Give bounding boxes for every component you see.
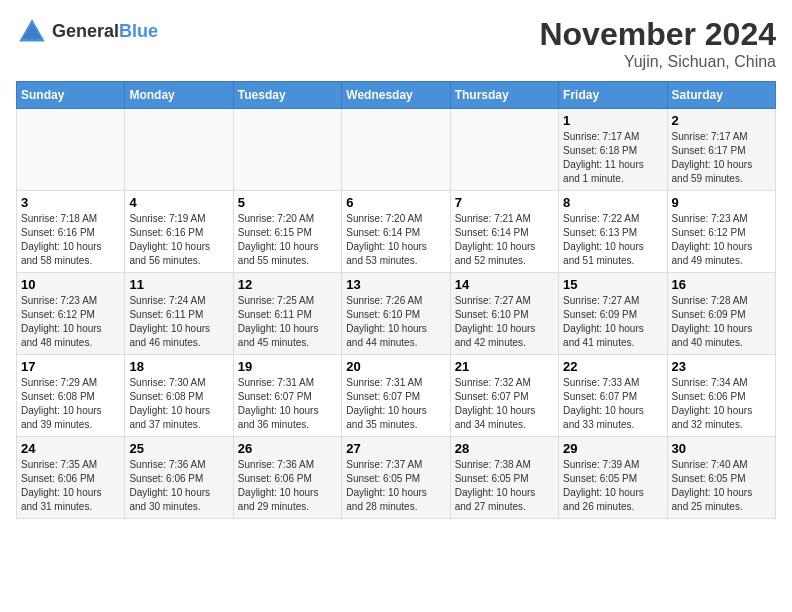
day-number: 25 (129, 441, 228, 456)
day-number: 14 (455, 277, 554, 292)
calendar-cell: 30Sunrise: 7:40 AM Sunset: 6:05 PM Dayli… (667, 437, 775, 519)
page-header: GeneralBlue November 2024 Yujin, Sichuan… (16, 16, 776, 71)
calendar-cell: 8Sunrise: 7:22 AM Sunset: 6:13 PM Daylig… (559, 191, 667, 273)
calendar-cell: 14Sunrise: 7:27 AM Sunset: 6:10 PM Dayli… (450, 273, 558, 355)
day-number: 6 (346, 195, 445, 210)
calendar-cell: 27Sunrise: 7:37 AM Sunset: 6:05 PM Dayli… (342, 437, 450, 519)
day-number: 13 (346, 277, 445, 292)
day-number: 26 (238, 441, 337, 456)
day-number: 29 (563, 441, 662, 456)
day-number: 24 (21, 441, 120, 456)
day-info: Sunrise: 7:20 AM Sunset: 6:15 PM Dayligh… (238, 212, 337, 268)
col-saturday: Saturday (667, 82, 775, 109)
day-number: 17 (21, 359, 120, 374)
day-info: Sunrise: 7:26 AM Sunset: 6:10 PM Dayligh… (346, 294, 445, 350)
calendar-week-2: 3Sunrise: 7:18 AM Sunset: 6:16 PM Daylig… (17, 191, 776, 273)
day-number: 4 (129, 195, 228, 210)
day-info: Sunrise: 7:24 AM Sunset: 6:11 PM Dayligh… (129, 294, 228, 350)
calendar-cell: 9Sunrise: 7:23 AM Sunset: 6:12 PM Daylig… (667, 191, 775, 273)
calendar-cell: 11Sunrise: 7:24 AM Sunset: 6:11 PM Dayli… (125, 273, 233, 355)
calendar-cell: 25Sunrise: 7:36 AM Sunset: 6:06 PM Dayli… (125, 437, 233, 519)
day-info: Sunrise: 7:40 AM Sunset: 6:05 PM Dayligh… (672, 458, 771, 514)
day-info: Sunrise: 7:36 AM Sunset: 6:06 PM Dayligh… (238, 458, 337, 514)
day-number: 18 (129, 359, 228, 374)
day-info: Sunrise: 7:27 AM Sunset: 6:09 PM Dayligh… (563, 294, 662, 350)
day-number: 21 (455, 359, 554, 374)
calendar-cell: 26Sunrise: 7:36 AM Sunset: 6:06 PM Dayli… (233, 437, 341, 519)
day-number: 23 (672, 359, 771, 374)
calendar-week-1: 1Sunrise: 7:17 AM Sunset: 6:18 PM Daylig… (17, 109, 776, 191)
day-number: 11 (129, 277, 228, 292)
day-info: Sunrise: 7:38 AM Sunset: 6:05 PM Dayligh… (455, 458, 554, 514)
day-info: Sunrise: 7:17 AM Sunset: 6:17 PM Dayligh… (672, 130, 771, 186)
day-number: 19 (238, 359, 337, 374)
day-number: 27 (346, 441, 445, 456)
day-number: 16 (672, 277, 771, 292)
day-info: Sunrise: 7:23 AM Sunset: 6:12 PM Dayligh… (672, 212, 771, 268)
day-number: 22 (563, 359, 662, 374)
calendar-cell (17, 109, 125, 191)
day-info: Sunrise: 7:28 AM Sunset: 6:09 PM Dayligh… (672, 294, 771, 350)
calendar-cell (342, 109, 450, 191)
day-info: Sunrise: 7:30 AM Sunset: 6:08 PM Dayligh… (129, 376, 228, 432)
day-number: 10 (21, 277, 120, 292)
day-number: 5 (238, 195, 337, 210)
calendar-cell: 16Sunrise: 7:28 AM Sunset: 6:09 PM Dayli… (667, 273, 775, 355)
day-info: Sunrise: 7:33 AM Sunset: 6:07 PM Dayligh… (563, 376, 662, 432)
calendar-cell: 2Sunrise: 7:17 AM Sunset: 6:17 PM Daylig… (667, 109, 775, 191)
day-info: Sunrise: 7:36 AM Sunset: 6:06 PM Dayligh… (129, 458, 228, 514)
col-sunday: Sunday (17, 82, 125, 109)
calendar-cell: 20Sunrise: 7:31 AM Sunset: 6:07 PM Dayli… (342, 355, 450, 437)
day-info: Sunrise: 7:32 AM Sunset: 6:07 PM Dayligh… (455, 376, 554, 432)
col-wednesday: Wednesday (342, 82, 450, 109)
calendar-week-5: 24Sunrise: 7:35 AM Sunset: 6:06 PM Dayli… (17, 437, 776, 519)
calendar-cell: 19Sunrise: 7:31 AM Sunset: 6:07 PM Dayli… (233, 355, 341, 437)
day-info: Sunrise: 7:39 AM Sunset: 6:05 PM Dayligh… (563, 458, 662, 514)
day-info: Sunrise: 7:22 AM Sunset: 6:13 PM Dayligh… (563, 212, 662, 268)
location: Yujin, Sichuan, China (539, 53, 776, 71)
calendar-week-4: 17Sunrise: 7:29 AM Sunset: 6:08 PM Dayli… (17, 355, 776, 437)
day-info: Sunrise: 7:17 AM Sunset: 6:18 PM Dayligh… (563, 130, 662, 186)
day-info: Sunrise: 7:21 AM Sunset: 6:14 PM Dayligh… (455, 212, 554, 268)
calendar-cell: 21Sunrise: 7:32 AM Sunset: 6:07 PM Dayli… (450, 355, 558, 437)
calendar-cell: 13Sunrise: 7:26 AM Sunset: 6:10 PM Dayli… (342, 273, 450, 355)
calendar-cell (125, 109, 233, 191)
logo-icon (16, 16, 48, 48)
day-info: Sunrise: 7:19 AM Sunset: 6:16 PM Dayligh… (129, 212, 228, 268)
title-block: November 2024 Yujin, Sichuan, China (539, 16, 776, 71)
day-info: Sunrise: 7:35 AM Sunset: 6:06 PM Dayligh… (21, 458, 120, 514)
logo-text: GeneralBlue (52, 22, 158, 42)
calendar-cell: 24Sunrise: 7:35 AM Sunset: 6:06 PM Dayli… (17, 437, 125, 519)
day-number: 1 (563, 113, 662, 128)
day-number: 3 (21, 195, 120, 210)
calendar-cell: 4Sunrise: 7:19 AM Sunset: 6:16 PM Daylig… (125, 191, 233, 273)
col-thursday: Thursday (450, 82, 558, 109)
day-number: 8 (563, 195, 662, 210)
calendar-cell: 1Sunrise: 7:17 AM Sunset: 6:18 PM Daylig… (559, 109, 667, 191)
calendar-cell: 6Sunrise: 7:20 AM Sunset: 6:14 PM Daylig… (342, 191, 450, 273)
day-number: 20 (346, 359, 445, 374)
day-info: Sunrise: 7:29 AM Sunset: 6:08 PM Dayligh… (21, 376, 120, 432)
month-year: November 2024 (539, 16, 776, 53)
col-friday: Friday (559, 82, 667, 109)
calendar-week-3: 10Sunrise: 7:23 AM Sunset: 6:12 PM Dayli… (17, 273, 776, 355)
calendar-cell: 10Sunrise: 7:23 AM Sunset: 6:12 PM Dayli… (17, 273, 125, 355)
day-number: 30 (672, 441, 771, 456)
calendar-cell: 3Sunrise: 7:18 AM Sunset: 6:16 PM Daylig… (17, 191, 125, 273)
day-number: 2 (672, 113, 771, 128)
calendar-cell: 12Sunrise: 7:25 AM Sunset: 6:11 PM Dayli… (233, 273, 341, 355)
col-tuesday: Tuesday (233, 82, 341, 109)
day-info: Sunrise: 7:23 AM Sunset: 6:12 PM Dayligh… (21, 294, 120, 350)
day-info: Sunrise: 7:31 AM Sunset: 6:07 PM Dayligh… (238, 376, 337, 432)
calendar-cell: 17Sunrise: 7:29 AM Sunset: 6:08 PM Dayli… (17, 355, 125, 437)
calendar-cell (450, 109, 558, 191)
calendar-cell: 28Sunrise: 7:38 AM Sunset: 6:05 PM Dayli… (450, 437, 558, 519)
calendar-cell (233, 109, 341, 191)
calendar-cell: 29Sunrise: 7:39 AM Sunset: 6:05 PM Dayli… (559, 437, 667, 519)
day-number: 28 (455, 441, 554, 456)
calendar-cell: 5Sunrise: 7:20 AM Sunset: 6:15 PM Daylig… (233, 191, 341, 273)
day-info: Sunrise: 7:31 AM Sunset: 6:07 PM Dayligh… (346, 376, 445, 432)
calendar-cell: 7Sunrise: 7:21 AM Sunset: 6:14 PM Daylig… (450, 191, 558, 273)
day-info: Sunrise: 7:25 AM Sunset: 6:11 PM Dayligh… (238, 294, 337, 350)
day-info: Sunrise: 7:20 AM Sunset: 6:14 PM Dayligh… (346, 212, 445, 268)
